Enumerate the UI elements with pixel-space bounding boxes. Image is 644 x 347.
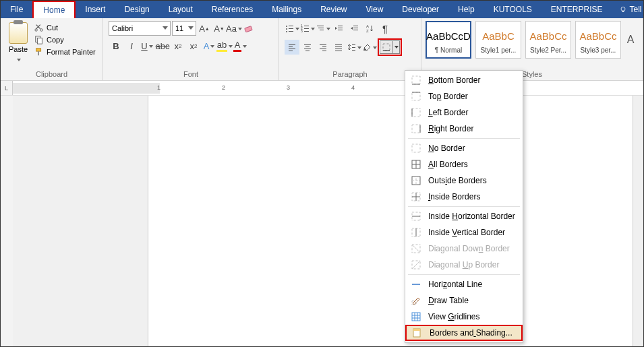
svg-line-78 <box>412 261 420 269</box>
paste-dropdown[interactable] <box>16 53 21 65</box>
tab-insert[interactable]: Insert <box>76 1 115 18</box>
tab-layout[interactable]: Layout <box>159 1 202 18</box>
menu-label: Diagonal Up Border <box>428 260 499 270</box>
menu-dialog[interactable]: Borders and Shading... <box>405 325 523 341</box>
menu-label: Draw Table <box>428 296 469 305</box>
copy-label: Copy <box>47 36 64 44</box>
align-center-button[interactable] <box>300 40 315 55</box>
underline-button[interactable]: U <box>140 38 154 53</box>
style-more[interactable]: A <box>625 21 636 59</box>
svg-rect-28 <box>353 28 358 28</box>
menu-all[interactable]: All Borders <box>405 156 523 172</box>
menu-label: Right Border <box>428 124 473 133</box>
menu-iv[interactable]: Inside Vertical Border <box>405 224 523 241</box>
menu-left[interactable]: Left Border <box>405 104 523 121</box>
svg-point-2 <box>35 29 38 32</box>
multilevel-list-button[interactable] <box>316 21 330 36</box>
tab-file[interactable]: File <box>1 1 32 18</box>
borders-menu: Bottom BorderTop BorderLeft BorderRight … <box>405 70 523 343</box>
group-font: Calibri 11 A▲ A▼ Aa B I U abc x2 x2 A ab… <box>103 18 279 80</box>
tab-help[interactable]: Help <box>448 1 484 18</box>
numbering-button[interactable]: 123 <box>300 21 315 36</box>
superscript-button[interactable]: x2 <box>186 38 201 53</box>
borders-button[interactable] <box>380 40 393 54</box>
italic-button[interactable]: I <box>124 38 139 53</box>
svg-rect-51 <box>383 44 390 51</box>
bullets-button[interactable] <box>285 21 299 36</box>
decrease-indent-button[interactable] <box>331 21 346 36</box>
change-case-button[interactable]: Aa <box>227 21 241 36</box>
shading-button[interactable] <box>362 40 377 55</box>
strikethrough-button[interactable]: abc <box>155 38 170 53</box>
format-painter-button[interactable]: Format Painter <box>33 46 97 57</box>
document-page[interactable] <box>148 96 633 347</box>
menu-label: Left Border <box>428 108 468 117</box>
menu-label: All Borders <box>428 160 468 169</box>
bold-button[interactable]: B <box>109 38 123 53</box>
font-color-button[interactable]: A <box>233 38 247 53</box>
borders-split-button[interactable] <box>378 38 402 56</box>
svg-rect-22 <box>318 28 324 28</box>
svg-rect-49 <box>352 47 355 48</box>
menu-draw[interactable]: Draw Table <box>405 292 523 309</box>
tab-design[interactable]: Design <box>115 1 158 18</box>
tab-developer[interactable]: Developer <box>392 1 448 18</box>
menu-ih[interactable]: Inside Horizontal Border <box>405 208 523 224</box>
menu-hl[interactable]: Horizontal Line <box>405 276 523 292</box>
tab-view[interactable]: View <box>357 1 393 18</box>
menu-dd: Diagonal Down Border <box>405 241 523 257</box>
tab-review[interactable]: Review <box>311 1 356 18</box>
menu-label: Top Border <box>428 92 468 101</box>
ruler-body[interactable]: 123456 <box>13 83 643 94</box>
svg-rect-87 <box>413 329 420 331</box>
increase-indent-button[interactable] <box>347 21 361 36</box>
style-style2[interactable]: AaBbCcStyle2 Per... <box>525 21 571 59</box>
tab-kutools[interactable]: KUTOOLS <box>484 1 541 18</box>
line-spacing-button[interactable] <box>347 40 361 55</box>
tab-references[interactable]: References <box>202 1 262 18</box>
menu-inside[interactable]: Inside Borders <box>405 189 523 205</box>
align-right-button[interactable] <box>316 40 330 55</box>
menu-label: View Gridlines <box>428 312 480 321</box>
menu-none[interactable]: No Border <box>405 140 523 156</box>
copy-button[interactable]: Copy <box>33 34 97 45</box>
show-marks-button[interactable]: ¶ <box>378 21 392 36</box>
svg-rect-55 <box>412 92 420 100</box>
tab-mailings[interactable]: Mailings <box>262 1 311 18</box>
borders-dropdown-button[interactable] <box>393 40 400 54</box>
svg-rect-10 <box>289 26 293 26</box>
style-style3[interactable]: AaBbCcStyle3 per... <box>575 21 621 59</box>
font-group-label: Font <box>103 69 279 80</box>
menu-top[interactable]: Top Border <box>405 88 523 104</box>
tell-me[interactable]: Tell <box>612 1 644 18</box>
sort-button[interactable]: AZ <box>362 21 377 36</box>
highlight-button[interactable]: ab <box>217 38 232 53</box>
menu-bottom[interactable]: Bottom Border <box>405 72 523 88</box>
ruler-corner: L <box>1 81 13 95</box>
svg-rect-14 <box>289 31 293 32</box>
menu-outside[interactable]: Outside Borders <box>405 172 523 189</box>
menu-right[interactable]: Right Border <box>405 121 523 137</box>
style-normal[interactable]: AaBbCcD¶ Normal <box>426 21 471 59</box>
shrink-font-button[interactable]: A▼ <box>212 21 226 36</box>
style-style1[interactable]: AaBbCStyle1 per... <box>475 21 521 59</box>
svg-point-9 <box>286 26 287 27</box>
tab-enterprise[interactable]: ENTERPRISE <box>541 1 612 18</box>
justify-button[interactable] <box>331 40 346 55</box>
paste-button[interactable]: Paste <box>5 21 32 65</box>
svg-rect-46 <box>335 49 342 49</box>
subscript-button[interactable]: x2 <box>171 38 185 53</box>
text-effects-button[interactable]: A <box>202 38 216 53</box>
menu-grid[interactable]: View Gridlines <box>405 309 523 325</box>
format-painter-icon <box>34 47 44 57</box>
svg-rect-20 <box>304 31 309 32</box>
menu-label: Inside Vertical Border <box>428 228 505 237</box>
cut-button[interactable]: Cut <box>33 22 97 33</box>
tab-home[interactable]: Home <box>32 1 76 18</box>
align-left-button[interactable] <box>285 40 299 55</box>
grow-font-button[interactable]: A▲ <box>198 21 211 36</box>
clipboard-group-label: Clipboard <box>1 69 103 80</box>
font-name-select[interactable]: Calibri <box>109 21 171 36</box>
clear-formatting-button[interactable] <box>242 21 256 36</box>
font-size-select[interactable]: 11 <box>172 21 196 36</box>
